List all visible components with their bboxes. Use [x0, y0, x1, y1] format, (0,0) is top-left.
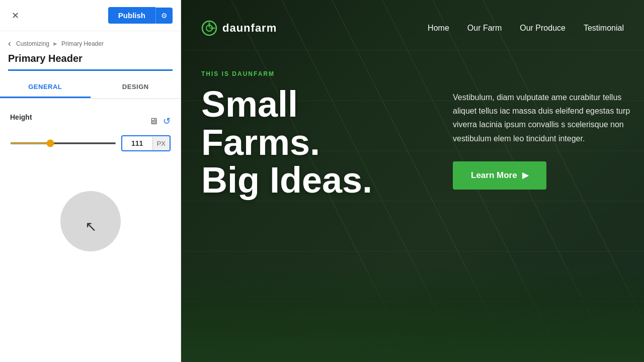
hero-right: Vestibulum, diam vulputate ame curabitur… [453, 70, 644, 200]
site-header: daunfarm Home Our Farm Our Produce Testi… [181, 0, 644, 56]
cursor-tooltip: ↖ [60, 191, 121, 251]
height-input[interactable] [122, 136, 152, 150]
height-label: Height [10, 113, 32, 121]
height-slider-wrapper [10, 142, 116, 144]
breadcrumb-area: ‹ Customizing ► Primary Header Primary H… [0, 31, 181, 73]
panel-content: Height 🖥 ↺ PX ↖ [0, 99, 181, 362]
height-input-group: PX [121, 135, 171, 151]
site-logo: daunfarm [201, 20, 277, 36]
height-controls: PX [10, 135, 171, 151]
publish-button[interactable]: Publish [108, 7, 155, 24]
breadcrumb-current: Primary Header [61, 40, 104, 47]
publish-settings-button[interactable]: ⚙ [155, 8, 173, 24]
hero-description: Vestibulum, diam vulputate ame curabitur… [453, 90, 644, 145]
learn-more-button[interactable]: Learn More ▶ [453, 161, 546, 190]
plants-overlay [181, 261, 644, 362]
site-nav: Home Our Farm Our Produce Testimonial [428, 24, 624, 33]
height-slider[interactable] [10, 142, 116, 144]
back-button[interactable]: ‹ [8, 38, 11, 49]
logo-icon [201, 20, 217, 36]
panel-tabs: GENERAL DESIGN [0, 77, 181, 99]
px-unit-label: PX [152, 137, 170, 150]
hero-title: Small Farms. Big Ideas. [201, 85, 423, 200]
tab-design[interactable]: DESIGN [91, 77, 181, 98]
reset-icon-button[interactable]: ↺ [163, 116, 171, 127]
publish-group: Publish ⚙ [108, 7, 173, 24]
title-underline [8, 69, 173, 71]
hero-left: THIS IS DAUNFARM Small Farms. Big Ideas. [201, 70, 423, 200]
breadcrumb-parent: Customizing [16, 40, 49, 47]
breadcrumb-separator: ► [52, 40, 58, 47]
top-bar: ✕ Publish ⚙ [0, 0, 181, 31]
close-button[interactable]: ✕ [8, 9, 22, 23]
cursor-arrow-icon: ↖ [85, 218, 97, 235]
learn-more-label: Learn More [471, 170, 517, 180]
nav-testimonial[interactable]: Testimonial [584, 24, 624, 33]
monitor-icon-button[interactable]: 🖥 [149, 116, 158, 127]
logo-text: daunfarm [222, 22, 277, 35]
nav-our-farm[interactable]: Our Farm [467, 24, 502, 33]
hero-tag: THIS IS DAUNFARM [201, 70, 423, 77]
hero-title-line2: Big Ideas. [201, 161, 423, 200]
nav-our-produce[interactable]: Our Produce [520, 24, 566, 33]
nav-home[interactable]: Home [428, 24, 449, 33]
hero-content: THIS IS DAUNFARM Small Farms. Big Ideas.… [201, 70, 644, 200]
panel-title: Primary Header [8, 51, 173, 68]
breadcrumb: ‹ Customizing ► Primary Header [8, 38, 173, 49]
customizer-panel: ✕ Publish ⚙ ‹ Customizing ► Primary Head… [0, 0, 181, 362]
learn-more-arrow-icon: ▶ [522, 170, 528, 180]
preview-area: daunfarm Home Our Farm Our Produce Testi… [181, 0, 644, 362]
hero-title-line1: Small Farms. [201, 85, 423, 161]
tab-general[interactable]: GENERAL [0, 77, 91, 98]
